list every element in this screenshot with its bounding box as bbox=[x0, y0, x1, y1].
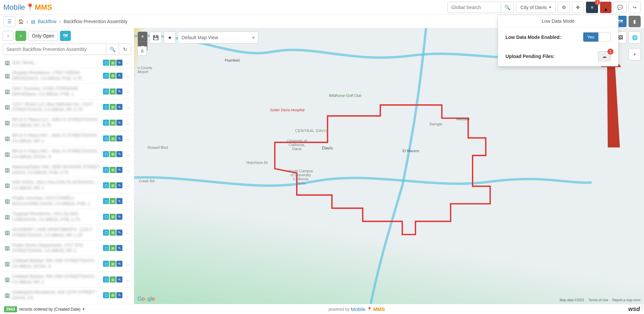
item-edit-button[interactable]: ✎ bbox=[116, 167, 122, 173]
item-more-button[interactable]: … bbox=[124, 214, 131, 219]
item-edit-button[interactable]: ✎ bbox=[116, 120, 122, 126]
item-map-button[interactable]: ▢ bbox=[103, 230, 109, 236]
item-edit-button[interactable]: ✎ bbox=[116, 104, 122, 110]
item-edit-button[interactable]: ✎ bbox=[116, 245, 122, 251]
user-avatar-button[interactable] bbox=[600, 2, 611, 13]
item-more-button[interactable]: … bbox=[124, 183, 131, 188]
item-edit-button[interactable]: ✎ bbox=[116, 276, 122, 282]
toggle-yes[interactable]: Yes bbox=[583, 33, 598, 42]
global-search-input[interactable] bbox=[447, 2, 501, 13]
item-more-button[interactable]: … bbox=[124, 199, 131, 203]
item-map-button[interactable]: ▢ bbox=[103, 214, 109, 220]
sidebar-map-toggle[interactable]: 🗺 bbox=[60, 31, 71, 41]
list-item[interactable]: 🏢Zingado Residence, 17927 ARENA DRIVEDAV… bbox=[3, 68, 132, 83]
list-toggle-button[interactable]: ☰ bbox=[3, 16, 15, 26]
map-basemap-button[interactable]: 🌐 bbox=[629, 32, 641, 44]
map-area[interactable]: Plainfield Wildhorse Golf Club Sutter Da… bbox=[134, 28, 644, 304]
item-map-button[interactable]: ▢ bbox=[103, 135, 109, 141]
list-item[interactable]: 🏢119 F Street LLC dba Hallmark Inn, 119 … bbox=[3, 99, 132, 115]
item-doc-button[interactable]: ▤ bbox=[110, 198, 116, 204]
compass-button[interactable]: ᐃ bbox=[138, 46, 147, 56]
list-item[interactable]: 🏢Sodengren Residence, 425 12TH STREET DA… bbox=[3, 287, 132, 303]
item-doc-button[interactable]: ▤ bbox=[110, 104, 116, 110]
item-map-button[interactable]: ▢ bbox=[103, 292, 109, 298]
item-map-button[interactable]: ▢ bbox=[103, 104, 109, 110]
item-more-button[interactable]: … bbox=[124, 168, 131, 172]
item-more-button[interactable]: … bbox=[124, 89, 131, 94]
sidebar-search-button[interactable]: 🔍 bbox=[106, 44, 119, 55]
item-map-button[interactable]: ▢ bbox=[103, 73, 109, 79]
report-error-link[interactable]: Report a map error bbox=[612, 298, 641, 302]
item-doc-button[interactable]: ▤ bbox=[110, 182, 116, 188]
item-more-button[interactable]: … bbox=[124, 105, 131, 109]
item-edit-button[interactable]: ✎ bbox=[116, 60, 122, 66]
item-doc-button[interactable]: ▤ bbox=[110, 73, 116, 79]
map-favorite-button[interactable]: ★ bbox=[164, 32, 176, 44]
item-edit-button[interactable]: ✎ bbox=[116, 151, 122, 157]
item-doc-button[interactable]: ▤ bbox=[110, 261, 116, 267]
list-item[interactable]: 🏢9th & G Plaza LLC., 4301 G STREETDAVIS,… bbox=[3, 115, 132, 130]
item-edit-button[interactable]: ✎ bbox=[116, 88, 122, 95]
item-more-button[interactable]: … bbox=[124, 120, 131, 125]
item-doc-button[interactable]: ▤ bbox=[110, 88, 116, 95]
toggle-no[interactable] bbox=[598, 33, 610, 42]
list-item[interactable]: 🏢Coldwell Banker, 500 2ND STREETDAVIS, C… bbox=[3, 271, 132, 287]
item-more-button[interactable]: … bbox=[124, 60, 131, 65]
item-more-button[interactable]: … bbox=[124, 293, 131, 298]
only-open-filter[interactable]: Only Open bbox=[28, 31, 58, 41]
item-more-button[interactable]: … bbox=[124, 261, 131, 266]
list-item[interactable]: 🏢Public Works Department, 1717 5TH STREE… bbox=[3, 240, 132, 256]
list-item[interactable]: 🏢Phyllis Voorheis, 5213 COWELL BOULEVARD… bbox=[3, 193, 132, 209]
item-edit-button[interactable]: ✎ bbox=[116, 73, 122, 79]
sidebar-list[interactable]: 🏢Soft, World...▢▤✎…🏢Zingado Residence, 1… bbox=[0, 58, 134, 304]
item-doc-button[interactable]: ▤ bbox=[110, 214, 116, 220]
settings-button[interactable]: ⚙ bbox=[558, 2, 570, 13]
item-map-button[interactable]: ▢ bbox=[103, 245, 109, 251]
item-map-button[interactable]: ▢ bbox=[103, 261, 109, 267]
item-doc-button[interactable]: ▤ bbox=[110, 120, 116, 126]
item-edit-button[interactable]: ✎ bbox=[116, 182, 122, 188]
city-selector-button[interactable]: City of Davis bbox=[516, 2, 556, 13]
item-more-button[interactable]: … bbox=[124, 277, 131, 282]
back-button[interactable]: ‹ bbox=[3, 31, 13, 41]
breadcrumb-backflow-link[interactable]: Backflow bbox=[38, 19, 57, 24]
map-save-button[interactable]: 💾 bbox=[150, 32, 162, 44]
list-item[interactable]: 🏢ACADEMY LANE APARTMENTS, 1124 F STREETD… bbox=[3, 225, 132, 240]
list-item[interactable]: 🏢Trygstad Residence, 1511 ELIGIO LANEDAV… bbox=[3, 209, 132, 225]
item-map-button[interactable]: ▢ bbox=[103, 198, 109, 204]
item-doc-button[interactable]: ▤ bbox=[110, 151, 116, 157]
item-map-button[interactable]: ▢ bbox=[103, 151, 109, 157]
global-search-button[interactable]: 🔍 bbox=[501, 2, 514, 13]
item-doc-button[interactable]: ▤ bbox=[110, 276, 116, 282]
item-doc-button[interactable]: ▤ bbox=[110, 60, 116, 66]
item-doc-button[interactable]: ▤ bbox=[110, 135, 116, 141]
list-item[interactable]: 🏢KIM SONG, 3811 HALCON PLACEDAVIS, CA 89… bbox=[3, 177, 132, 193]
item-more-button[interactable]: … bbox=[124, 246, 131, 250]
list-item[interactable]: 🏢9th & G Plaza INC., 4301 G STREETDAVIS,… bbox=[3, 130, 132, 146]
low-data-mode-button[interactable]: ≡ 1 bbox=[586, 2, 598, 13]
item-doc-button[interactable]: ▤ bbox=[110, 292, 116, 298]
enabled-toggle[interactable]: Yes bbox=[583, 32, 611, 42]
map-view-select[interactable]: Default Map View bbox=[178, 32, 258, 44]
list-item[interactable]: 🏢Natacha/Dylan NW, 3836 WASHOE STREET DA… bbox=[3, 162, 132, 178]
map-add-layer-button[interactable]: + bbox=[629, 48, 641, 60]
list-item[interactable]: 🏢John Youmara, 12281 FORDHAM DRIVEDavis,… bbox=[3, 83, 132, 99]
item-edit-button[interactable]: ✎ bbox=[116, 135, 122, 141]
sidebar-refresh-button[interactable]: ↻ bbox=[119, 44, 131, 55]
ordered-by-label[interactable]: records ordered by (Created Date) bbox=[19, 307, 80, 312]
item-map-button[interactable]: ▢ bbox=[103, 88, 109, 95]
item-map-button[interactable]: ▢ bbox=[103, 182, 109, 188]
zoom-in-button[interactable]: + bbox=[138, 32, 147, 41]
logout-button[interactable]: ↪ bbox=[629, 2, 641, 13]
item-doc-button[interactable]: ▤ bbox=[110, 245, 116, 251]
sidebar-search-input[interactable] bbox=[3, 44, 106, 55]
item-map-button[interactable]: ▢ bbox=[103, 120, 109, 126]
item-doc-button[interactable]: ▤ bbox=[110, 230, 116, 236]
item-edit-button[interactable]: ✎ bbox=[116, 230, 122, 236]
compress-button[interactable]: ✥ bbox=[572, 2, 584, 13]
filter-button[interactable]: ▮▾ bbox=[629, 16, 641, 27]
item-map-button[interactable]: ▢ bbox=[103, 60, 109, 66]
item-more-button[interactable]: … bbox=[124, 230, 131, 235]
item-doc-button[interactable]: ▤ bbox=[110, 167, 116, 173]
chat-button[interactable]: 💬 bbox=[613, 2, 627, 13]
